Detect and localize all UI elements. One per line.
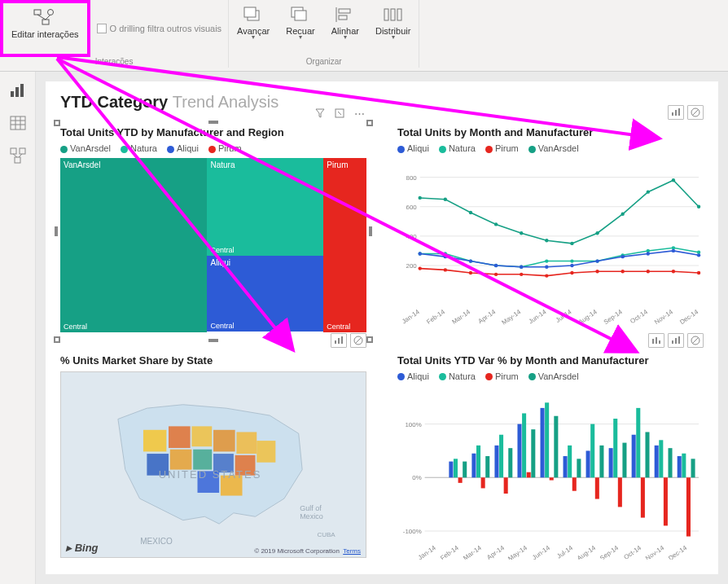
svg-text:Jan-14: Jan-14 (417, 543, 437, 560)
align-button[interactable]: Alinhar ▾ (323, 0, 367, 57)
svg-point-90 (419, 266, 422, 270)
treemap-cell[interactable]: NaturaCentral (207, 158, 323, 256)
visual-barchart[interactable]: Total Units YTD Var % by Month and Manuf… (397, 354, 704, 564)
svg-point-78 (419, 252, 422, 255)
svg-point-97 (595, 270, 599, 273)
visual-treemap[interactable]: ⋯ Total Units YTD by Manufacturer and Re… (60, 126, 366, 336)
svg-rect-6 (244, 7, 256, 17)
interaction-filter-icon[interactable] (331, 333, 347, 348)
interaction-icons (668, 105, 704, 120)
svg-text:Nov-14: Nov-14 (644, 543, 666, 560)
svg-point-93 (494, 273, 498, 276)
svg-text:200: 200 (406, 262, 418, 270)
svg-line-106 (355, 337, 362, 344)
bing-logo: ▸ Bing (66, 542, 99, 554)
svg-rect-142 (458, 477, 463, 483)
visual-linechart[interactable]: Total Units by Month and Manufacturer Al… (397, 126, 704, 336)
map-terms-link[interactable]: Terms (343, 547, 361, 555)
interaction-icons (331, 333, 366, 348)
interaction-none-icon[interactable] (687, 105, 704, 120)
model-view-icon[interactable] (9, 147, 27, 165)
svg-rect-13 (391, 9, 395, 20)
linechart-body[interactable]: 200400600800Jan-14Feb-14Mar-14Apr-14May-… (397, 158, 704, 332)
interaction-filter-icon[interactable] (668, 333, 684, 348)
svg-text:Feb-14: Feb-14 (425, 308, 446, 326)
visuals-grid: ⋯ Total Units YTD by Manufacturer and Re… (60, 126, 704, 564)
interaction-highlight-icon[interactable] (648, 333, 664, 348)
bring-forward-button[interactable]: Avançar ▾ (229, 0, 278, 57)
barchart-body[interactable]: -100%0%100%Jan-14Feb-14Mar-14Apr-14May-1… (397, 386, 704, 560)
svg-rect-103 (338, 338, 340, 344)
svg-rect-12 (384, 9, 388, 20)
svg-rect-11 (339, 15, 347, 20)
distribute-button[interactable]: Distribuir ▾ (367, 0, 419, 57)
svg-text:Aug-14: Aug-14 (576, 543, 598, 560)
send-backward-button[interactable]: Recuar ▾ (278, 0, 322, 57)
treemap-cell[interactable]: AliquiCentral (207, 256, 323, 332)
svg-point-92 (469, 271, 472, 274)
svg-rect-180 (632, 434, 636, 477)
svg-rect-192 (686, 477, 691, 536)
visual-map[interactable]: % Units Market Share by State (60, 354, 366, 564)
focus-mode-icon[interactable] (332, 107, 347, 120)
svg-rect-18 (11, 116, 25, 130)
svg-text:Nov-14: Nov-14 (653, 308, 675, 326)
chevron-down-icon: ▾ (299, 36, 302, 39)
svg-rect-2 (42, 20, 49, 24)
svg-rect-175 (609, 448, 613, 477)
svg-rect-23 (11, 148, 16, 154)
svg-rect-113 (213, 430, 235, 452)
svg-point-91 (444, 268, 447, 271)
checkbox-icon (97, 24, 107, 33)
drilling-filters-checkbox[interactable]: O drilling filtra outros visuais (90, 0, 229, 57)
map-gulf-label: Gulf of Mexico (300, 504, 323, 520)
chevron-down-icon: ▾ (392, 36, 395, 39)
svg-point-59 (545, 239, 548, 242)
chevron-down-icon: ▾ (344, 36, 347, 39)
data-view-icon[interactable] (9, 114, 27, 132)
more-options-icon[interactable]: ⋯ (352, 107, 366, 120)
svg-rect-119 (257, 441, 275, 463)
svg-point-88 (672, 249, 675, 252)
svg-rect-108 (169, 427, 191, 449)
drilling-filters-label: O drilling filtra outros visuais (110, 24, 222, 33)
interaction-none-icon[interactable] (687, 333, 704, 348)
svg-rect-171 (590, 424, 594, 477)
svg-point-95 (545, 274, 548, 277)
edit-interactions-button[interactable]: Editar interações (0, 0, 90, 57)
interaction-none-icon[interactable] (350, 333, 366, 348)
svg-point-94 (520, 273, 523, 276)
treemap-cell[interactable]: VanArsdelCentral (60, 158, 207, 332)
filter-icon[interactable] (313, 107, 327, 120)
report-page[interactable]: YTD Category Trend Analysis ⋯ Total Unit… (46, 81, 718, 574)
treemap-body[interactable]: VanArsdelCentralNaturaCentralAliquiCentr… (60, 158, 366, 332)
svg-text:Dec-14: Dec-14 (667, 543, 689, 560)
svg-rect-193 (691, 459, 695, 477)
svg-rect-182 (641, 477, 645, 517)
svg-point-81 (494, 264, 498, 267)
report-view-icon[interactable] (9, 81, 27, 99)
svg-rect-170 (586, 450, 590, 477)
svg-text:Apr-14: Apr-14 (477, 308, 498, 325)
svg-point-85 (595, 259, 599, 262)
map-country-label: UNITED STATES (159, 468, 262, 481)
interaction-filter-icon[interactable] (668, 105, 684, 120)
svg-rect-191 (682, 453, 686, 477)
visual-header-icons: ⋯ (313, 107, 366, 120)
edit-interactions-icon (32, 7, 58, 29)
svg-text:Sep-14: Sep-14 (603, 308, 625, 326)
svg-text:100%: 100% (405, 420, 421, 428)
treemap-cell[interactable]: PirumCentral (323, 158, 366, 332)
svg-rect-125 (678, 336, 680, 344)
svg-rect-109 (191, 427, 212, 447)
svg-rect-10 (339, 9, 350, 13)
svg-rect-16 (15, 87, 19, 97)
svg-point-82 (520, 266, 523, 269)
svg-text:800: 800 (406, 174, 418, 182)
interaction-icons (648, 333, 704, 348)
svg-line-26 (13, 154, 17, 157)
svg-rect-167 (572, 477, 577, 490)
svg-rect-114 (236, 433, 257, 454)
ribbon-group-interactions-label: Interações (0, 57, 228, 66)
map-body[interactable]: UNITED STATES MEXICO Gulf of Mexico CUBA… (60, 371, 366, 559)
